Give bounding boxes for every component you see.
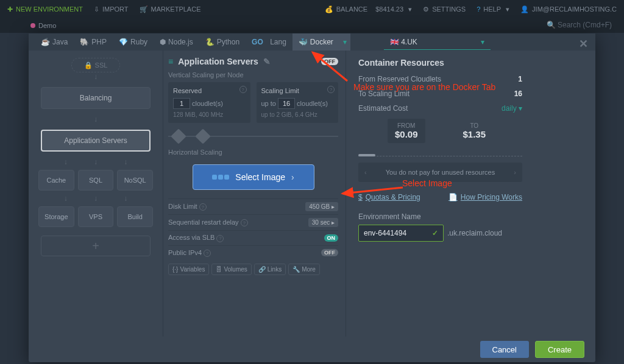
cart-icon: 🛒 [140, 5, 148, 13]
env-name-input[interactable]: env-6441494✓ [358, 225, 444, 242]
storage-node[interactable]: Storage [38, 206, 74, 227]
period-selector[interactable]: daily ▾ [502, 104, 522, 113]
help-icon: ? [477, 5, 480, 13]
top-bar: ✚NEW ENVIRONMENT ⇩IMPORT 🛒MARKETPLACE 💰B… [0, 0, 624, 18]
links-button[interactable]: 🔗Links [254, 264, 286, 275]
env-name-label: Environment Name [358, 212, 522, 221]
scaling-slider[interactable] [168, 129, 338, 144]
environment-wizard-modal: ✕ ☕Java 🐘PHP 💎Ruby ⬢Node.js 🐍Python GO L… [29, 33, 595, 362]
more-button[interactable]: 🔧More [288, 264, 320, 275]
menu-icon: ≡ [168, 57, 173, 66]
cost-to: TO$1.35 [456, 119, 494, 143]
nosql-node[interactable]: NoSQL [117, 170, 153, 191]
quotas-link[interactable]: $Quotas & Pricing [358, 193, 420, 201]
import-button[interactable]: ⇩IMPORT [94, 5, 129, 13]
lock-icon: 🔒 [84, 61, 93, 69]
containers-icon [212, 175, 229, 180]
how-pricing-link[interactable]: 📄How Pricing Works [448, 193, 522, 201]
section-title: ≡ Application Servers ✎ OFF [168, 57, 338, 66]
build-node[interactable]: Build [117, 206, 153, 227]
php-icon: 🐘 [80, 38, 89, 46]
ipv4-toggle[interactable]: OFF [321, 249, 338, 256]
cancel-button[interactable]: Cancel [480, 341, 529, 358]
import-icon: ⇩ [94, 5, 99, 13]
add-node-button[interactable]: + [41, 236, 151, 256]
off-toggle[interactable]: OFF [321, 58, 338, 65]
scaling-limit-box: ? Scaling Limit up to 16 cloudlet(s) up … [257, 82, 339, 123]
application-servers-node[interactable]: Application Servers [41, 130, 151, 152]
help-icon[interactable]: ? [239, 86, 247, 93]
restart-delay-value[interactable]: 30 sec ▸ [308, 218, 338, 227]
tab-go[interactable]: GO Lang [246, 33, 292, 51]
edit-icon[interactable]: ✎ [263, 57, 271, 66]
balance-display[interactable]: 💰BALANCE $8414.23 ▾ [325, 5, 412, 13]
scaling-limit-field[interactable]: 16 [278, 98, 295, 109]
node-icon: ⬢ [160, 38, 166, 46]
vertical-scaling-label: Vertical Scaling per Node [168, 71, 338, 79]
variables-button[interactable]: {·}Variables [168, 264, 209, 275]
check-icon: ✓ [432, 229, 438, 237]
docker-icon: 🐳 [299, 38, 308, 46]
tab-more-dropdown[interactable]: ▾ [339, 33, 350, 51]
gear-icon: ⚙ [423, 5, 429, 13]
close-icon[interactable]: ✕ [579, 37, 588, 51]
reserved-field[interactable]: 1 [173, 98, 190, 109]
go-icon: GO [252, 38, 263, 46]
tab-docker[interactable]: 🐳Docker [292, 33, 339, 51]
tab-java[interactable]: ☕Java [35, 33, 74, 51]
chevron-down-icon: ▾ [481, 38, 484, 46]
vps-node[interactable]: VPS [78, 206, 114, 227]
settings-button[interactable]: ⚙SETTINGS [423, 5, 466, 13]
cost-from: FROM$0.09 [388, 119, 425, 143]
money-icon: 💰 [325, 5, 333, 13]
resources-title: Container Resources [358, 58, 522, 68]
language-tabs: ☕Java 🐘PHP 💎Ruby ⬢Node.js 🐍Python GO Lan… [29, 33, 595, 51]
config-column: ≡ Application Servers ✎ OFF Vertical Sca… [163, 51, 346, 337]
create-button[interactable]: Create [535, 341, 584, 358]
plus-icon: ✚ [7, 5, 13, 13]
user-menu[interactable]: 👤JIM@RECLAIMHOSTING.C [520, 5, 617, 13]
help-icon[interactable]: ? [327, 86, 335, 93]
tab-php[interactable]: 🐘PHP [74, 33, 113, 51]
slb-toggle[interactable]: ON [324, 234, 339, 242]
env-domain-label: .uk.reclaim.cloud [447, 229, 502, 237]
prev-icon[interactable]: ‹ [364, 169, 367, 176]
disk-limit-value[interactable]: 450 GB ▸ [305, 202, 338, 211]
search-input[interactable]: 🔍 Search (Cmd+F) [547, 21, 612, 29]
cost-chart [358, 153, 522, 156]
tab-ruby[interactable]: 💎Ruby [113, 33, 154, 51]
tab-node[interactable]: ⬢Node.js [154, 33, 199, 51]
horizontal-scaling-label: Horizontal Scaling [168, 149, 338, 156]
doc-icon: 📄 [448, 193, 458, 201]
cache-node[interactable]: Cache [38, 170, 74, 191]
flag-uk-icon: 🇬🇧 [390, 38, 399, 46]
topology-column: 🔒SSL ↓ Balancing ↓ Application Servers ↓… [29, 51, 163, 337]
tab-bar: Demo [0, 18, 624, 33]
pricing-info: ‹ You do not pay for unused resources › [358, 163, 522, 182]
reserved-box: ? Reserved 1 cloudlet(s) 128 MiB, 400 MH… [168, 82, 250, 123]
marketplace-button[interactable]: 🛒MARKETPLACE [140, 5, 201, 13]
help-button[interactable]: ?HELP ▾ [477, 5, 509, 13]
volumes-button[interactable]: 🗄Volumes [211, 264, 251, 275]
resources-column: Container Resources From Reserved Cloudl… [346, 51, 534, 337]
chevron-right-icon: › [291, 172, 294, 182]
next-icon[interactable]: › [514, 169, 516, 176]
python-icon: 🐍 [205, 38, 214, 46]
ruby-icon: 💎 [119, 38, 128, 46]
user-icon: 👤 [520, 5, 529, 13]
modal-footer: Cancel Create [480, 337, 596, 362]
sql-node[interactable]: SQL [78, 170, 114, 191]
region-selector[interactable]: 🇬🇧 4.UK ▾ [384, 34, 491, 50]
tab-python[interactable]: 🐍Python [199, 33, 246, 51]
dollar-icon: $ [358, 193, 363, 201]
new-environment-button[interactable]: ✚NEW ENVIRONMENT [7, 5, 83, 13]
tab-demo[interactable]: Demo [30, 22, 56, 29]
select-image-button[interactable]: Select Image › [193, 164, 314, 190]
ssl-node[interactable]: 🔒SSL [71, 58, 120, 72]
java-icon: ☕ [41, 38, 50, 46]
balancing-node[interactable]: Balancing [41, 87, 151, 109]
